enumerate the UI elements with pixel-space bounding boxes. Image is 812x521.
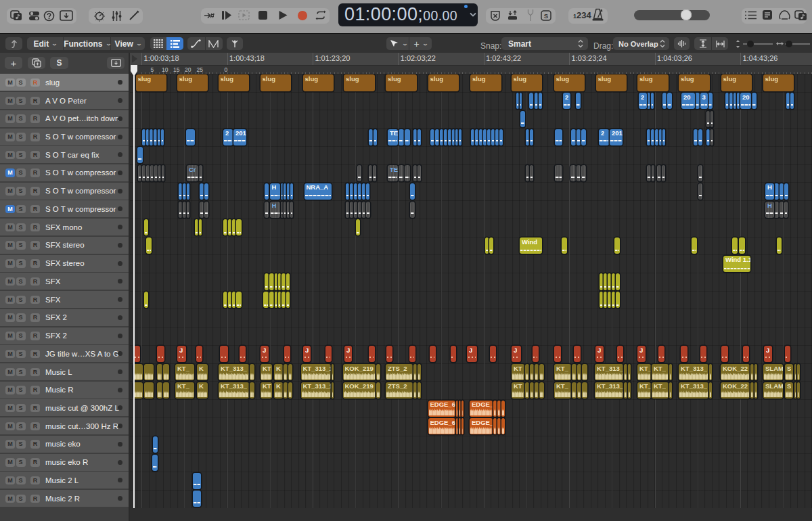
svg-text:S: S [544,12,548,20]
